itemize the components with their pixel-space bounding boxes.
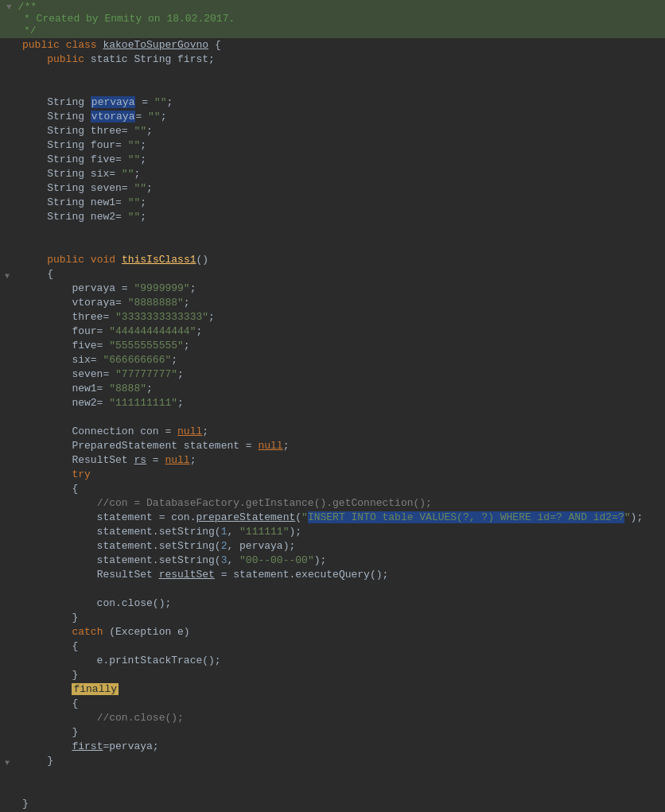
code-line: e.printStackTrace(); [0,654,665,668]
code-line: } [0,725,665,740]
code-line: { [0,697,665,711]
code-line: String pervaya = ""; [0,95,665,110]
code-line: vtoraya= "8888888"; [0,296,665,310]
code-line: ▼ } [0,754,665,768]
code-line: ResultSet rs = null; [0,453,665,468]
code-line-empty [0,239,665,253]
code-line: catch (Exception e) [0,625,665,639]
code-line: PreparedStatement statement = null; [0,439,665,453]
code-line-empty [0,582,665,596]
code-line-empty [0,67,665,81]
code-line: String six= ""; [0,167,665,181]
code-line: String four= ""; [0,138,665,153]
code-line: //con.close(); [0,711,665,725]
code-line: String new1= ""; [0,196,665,210]
code-line: six= "666666666"; [0,353,665,367]
code-line: public void thisIsClass1() [0,253,665,267]
code-line: three= "3333333333333"; [0,310,665,324]
code-line: five= "5555555555"; [0,339,665,353]
code-line: { [0,482,665,496]
comment-line-1: /** [18,1,37,13]
code-line-empty [0,410,665,425]
code-line: public class kakoeToSuperGovno { [0,38,665,52]
code-line: String five= ""; [0,153,665,167]
code-line: four= "444444444444"; [0,324,665,339]
finally-line: finally [0,682,665,697]
comment-header-block: ▼ /** * Created by Enmity on 18.02.2017.… [0,0,665,38]
code-line-empty [0,783,665,797]
code-line-empty [0,224,665,239]
code-line: String vtoraya= ""; [0,110,665,124]
editor: ▼ /** * Created by Enmity on 18.02.2017.… [0,0,665,812]
code-line: //con = DatabaseFactory.getInstance().ge… [0,496,665,511]
code-line: public static String first; [0,52,665,67]
code-line: pervaya = "9999999"; [0,282,665,296]
code-line: try [0,468,665,482]
code-line: } [0,668,665,682]
code-line: statement.setString(1, "111111"); [0,525,665,539]
code-line: String seven= ""; [0,181,665,196]
code-line: new1= "8888"; [0,382,665,396]
code-line: String new2= ""; [0,210,665,224]
code-line: statement = con.prepareStatement("INSERT… [0,511,665,525]
code-block: public class kakoeToSuperGovno { public … [0,38,665,812]
comment-line-3: */ [24,25,37,37]
code-line: ResultSet resultSet = statement.executeQ… [0,568,665,582]
comment-line-2: * Created by Enmity on 18.02.2017. [24,13,235,25]
code-line-empty [0,81,665,95]
code-line: ▼ { [0,267,665,282]
code-line: con.close(); [0,596,665,611]
code-line: { [0,639,665,654]
code-line: } [0,611,665,625]
code-line: Connection con = null; [0,425,665,439]
code-line: } [0,797,665,811]
code-line: String three= ""; [0,124,665,138]
code-line: statement.setString(2, pervaya); [0,539,665,554]
fold-icon[interactable]: ▼ [6,2,12,12]
code-line: seven= "77777777"; [0,367,665,382]
code-line: statement.setString(3, "00--00--00"); [0,554,665,568]
code-line: first=pervaya; [0,740,665,754]
code-line-empty [0,768,665,783]
finally-keyword: finally [72,683,119,695]
code-line: new2= "111111111"; [0,396,665,410]
